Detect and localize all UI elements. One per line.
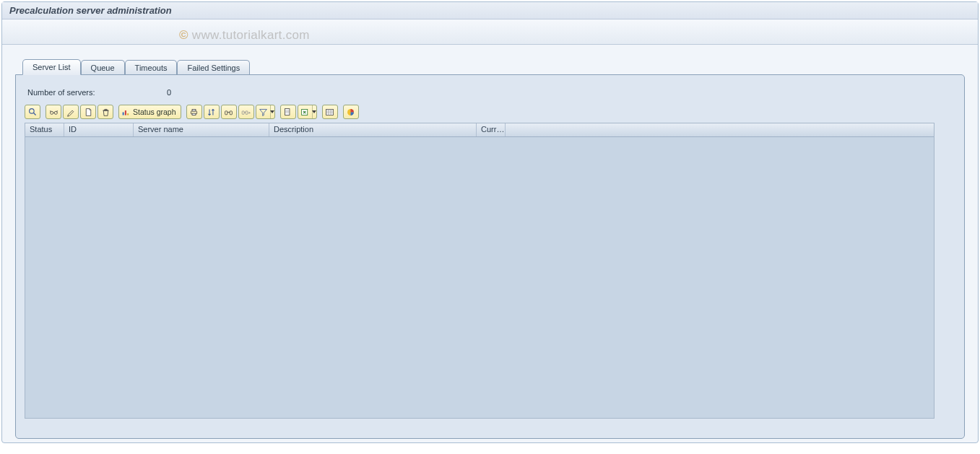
trash-icon [101,108,110,117]
tab-queue[interactable]: Queue [81,60,125,75]
page-icon [84,108,93,117]
page-title: Precalculation server administration [9,5,172,16]
svg-rect-4 [123,112,124,115]
binoculars-icon [224,108,233,117]
display-button[interactable] [45,105,61,119]
dropdown-arrow-icon [270,105,274,118]
grid-icon [325,108,334,117]
status-graph-button[interactable]: Status graph [118,105,181,119]
svg-rect-13 [246,110,248,113]
svg-rect-9 [192,113,196,115]
alv-grid[interactable]: Status ID Server name Description Curr… [25,123,935,419]
pie-chart-icon [346,108,355,117]
svg-point-0 [29,108,34,113]
sort-button[interactable] [204,105,220,119]
svg-rect-10 [225,110,227,114]
find-next-button[interactable] [238,105,254,119]
svg-rect-6 [127,113,129,115]
tab-strip: Server List Queue Timeouts Failed Settin… [15,59,965,75]
edit-button[interactable] [63,105,79,119]
col-current[interactable]: Curr… [477,123,506,136]
svg-line-1 [33,113,35,115]
export-icon [283,108,292,117]
tab-panel-server-list: Number of servers: 0 [15,74,965,439]
col-id[interactable]: ID [64,123,134,136]
tab-failed-settings[interactable]: Failed Settings [177,60,250,75]
svg-rect-16 [326,109,334,115]
svg-rect-11 [230,110,232,114]
tab-timeouts[interactable]: Timeouts [125,60,178,75]
server-count-value: 0 [167,88,171,97]
export-button[interactable] [280,105,296,119]
server-count-label: Number of servers: [27,88,165,97]
status-graph-label: Status graph [133,108,176,116]
title-bar: Precalculation server administration [2,2,978,19]
svg-rect-12 [242,110,244,113]
alv-toolbar: Status graph [25,104,955,120]
col-server-name[interactable]: Server name [134,123,269,136]
server-count-row: Number of servers: 0 [27,88,955,97]
layout-button[interactable] [322,105,338,119]
grid-header-row: Status ID Server name Description Curr… [25,123,934,137]
dropdown-arrow-icon [312,105,316,118]
printer-icon [189,108,199,117]
status-graph-icon [121,108,131,117]
pencil-icon [66,108,76,117]
svg-rect-5 [125,110,126,115]
glasses-icon [49,108,58,117]
funnel-icon [259,108,268,117]
excel-icon [300,108,310,117]
spreadsheet-button[interactable] [298,105,317,119]
details-button[interactable] [25,105,40,119]
sort-icon [207,108,216,117]
tab-server-list[interactable]: Server List [22,59,81,75]
magnifier-icon [28,108,38,117]
filter-button[interactable] [256,105,275,119]
find-button[interactable] [221,105,237,119]
application-toolbar [2,19,978,45]
col-status[interactable]: Status [25,123,64,136]
binoculars-next-icon [241,108,251,117]
graphic-button[interactable] [343,105,359,119]
print-button[interactable] [186,105,202,119]
create-button[interactable] [80,105,96,119]
delete-button[interactable] [97,105,113,119]
col-description[interactable]: Description [269,123,477,136]
svg-rect-8 [192,109,196,110]
